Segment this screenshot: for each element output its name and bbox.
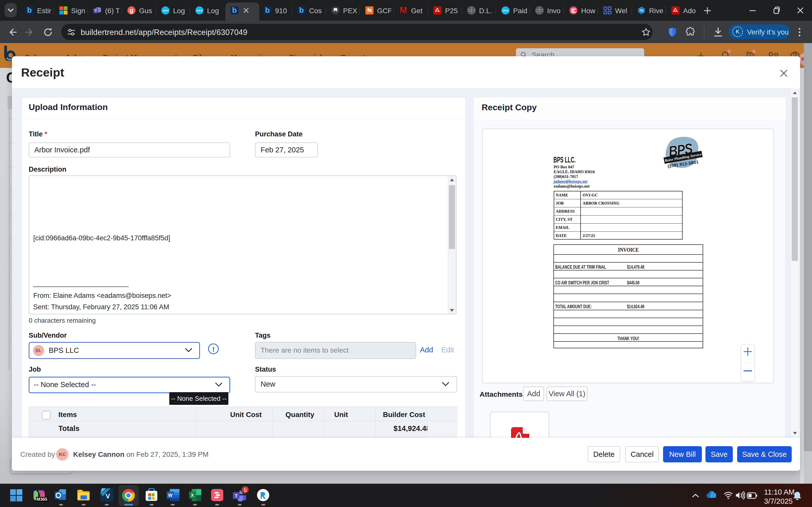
svg-text:TD: TD [640,9,644,12]
svg-text:X: X [191,493,194,498]
svg-text:T: T [235,494,238,498]
svg-text:V: V [106,492,110,500]
svg-text:W: W [168,493,172,498]
